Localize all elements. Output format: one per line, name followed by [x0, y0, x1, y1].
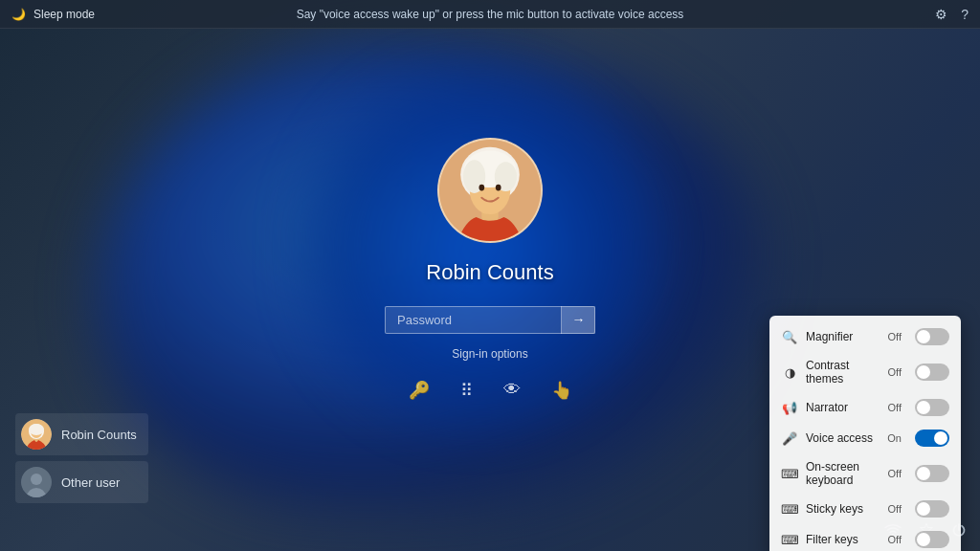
accessibility-icon-4: ⌨ — [781, 467, 798, 481]
help-icon[interactable]: ? — [961, 7, 969, 22]
user-item-other[interactable]: Other user — [15, 461, 148, 503]
accessibility-icon-1: ◑ — [781, 365, 798, 380]
svg-point-8 — [479, 184, 484, 190]
password-field-wrapper: → — [385, 306, 595, 334]
top-bar: 🌙 Sleep mode Say "voice access wake up" … — [0, 0, 980, 29]
voice-hint-text: Say "voice access wake up" or press the … — [297, 8, 684, 21]
accessibility-label-4: On-screen keyboard — [806, 460, 880, 487]
accessibility-panel: 🔍MagnifierOff◑Contrast themesOff📢Narrato… — [769, 316, 961, 551]
accessibility-label-3: Voice access — [806, 431, 880, 445]
accessibility-toggle-knob-0 — [917, 330, 930, 343]
accessibility-label-1: Contrast themes — [806, 359, 880, 386]
sleep-mode-label: Sleep mode — [33, 8, 95, 21]
user-thumb-robin — [21, 419, 52, 450]
accessibility-status-4: Off — [888, 468, 902, 479]
accessibility-icon-3: 🎤 — [781, 431, 798, 446]
avatar — [437, 138, 543, 243]
sleep-icon: 🌙 — [11, 8, 26, 21]
accessibility-toggle-2[interactable] — [915, 399, 949, 416]
accessibility-icon-5: ⌨ — [781, 502, 798, 517]
accessibility-status-3: On — [887, 432, 902, 444]
accessibility-item-4[interactable]: ⌨On-screen keyboardOff — [769, 453, 961, 494]
svg-point-13 — [29, 424, 44, 435]
login-username: Robin Counts — [426, 260, 553, 285]
accessibility-toggle-knob-2 — [917, 401, 930, 414]
svg-point-9 — [496, 184, 501, 190]
accessibility-item-5[interactable]: ⌨Sticky keysOff — [769, 494, 961, 524]
svg-point-15 — [31, 474, 42, 485]
accessibility-toggle-0[interactable] — [915, 328, 949, 345]
user-item-robin[interactable]: Robin Counts — [15, 413, 148, 455]
accessibility-toggle-knob-3 — [934, 431, 947, 445]
accessibility-toggle-knob-6 — [917, 533, 930, 546]
accessibility-status-2: Off — [888, 402, 902, 413]
accessibility-item-6[interactable]: ⌨Filter keysOff — [769, 524, 961, 551]
user-item-robin-name: Robin Counts — [61, 428, 137, 442]
accessibility-toggle-knob-4 — [917, 467, 930, 480]
accessibility-label-5: Sticky keys — [806, 502, 880, 516]
accessibility-item-3[interactable]: 🎤Voice accessOn — [769, 423, 961, 453]
settings-icon[interactable]: ⚙ — [935, 7, 947, 22]
accessibility-toggle-1[interactable] — [915, 364, 949, 381]
accessibility-icon-6: ⌨ — [781, 533, 798, 547]
accessibility-label-2: Narrator — [806, 401, 880, 414]
accessibility-toggle-3[interactable] — [915, 430, 949, 447]
signin-icons-row: 🔑 ⠿ 👁 👆 — [405, 376, 576, 405]
accessibility-label-6: Filter keys — [806, 533, 880, 546]
accessibility-toggle-5[interactable] — [915, 500, 949, 518]
accessibility-toggle-6[interactable] — [915, 531, 949, 548]
accessibility-icon-2: 📢 — [781, 401, 798, 415]
accessibility-item-0[interactable]: 🔍MagnifierOff — [769, 321, 961, 352]
key-signin-icon[interactable]: 🔑 — [405, 376, 434, 405]
top-bar-left: 🌙 Sleep mode — [11, 8, 95, 21]
top-bar-right: ⚙ ? — [935, 7, 969, 22]
accessibility-label-0: Magnifier — [806, 330, 880, 343]
accessibility-icon-0: 🔍 — [781, 330, 798, 344]
iris-signin-icon[interactable]: 👁 — [500, 376, 524, 404]
accessibility-status-5: Off — [888, 503, 902, 515]
accessibility-item-1[interactable]: ◑Contrast themesOff — [769, 352, 961, 392]
pin-signin-icon[interactable]: ⠿ — [457, 376, 477, 405]
accessibility-status-0: Off — [888, 331, 902, 342]
accessibility-toggle-knob-1 — [917, 365, 930, 379]
sign-in-options-link[interactable]: Sign-in options — [452, 347, 527, 361]
accessibility-status-6: Off — [888, 534, 902, 545]
accessibility-rows: 🔍MagnifierOff◑Contrast themesOff📢Narrato… — [769, 321, 961, 551]
accessibility-item-2[interactable]: 📢NarratorOff — [769, 392, 961, 423]
fingerprint-signin-icon[interactable]: 👆 — [547, 376, 576, 405]
accessibility-toggle-knob-5 — [917, 502, 930, 516]
user-item-other-name: Other user — [61, 475, 120, 490]
accessibility-toggle-4[interactable] — [915, 465, 949, 482]
password-submit-button[interactable]: → — [561, 306, 595, 334]
accessibility-status-1: Off — [888, 366, 902, 378]
user-thumb-other — [21, 467, 52, 497]
bottom-users-list: Robin Counts Other user — [15, 413, 148, 503]
